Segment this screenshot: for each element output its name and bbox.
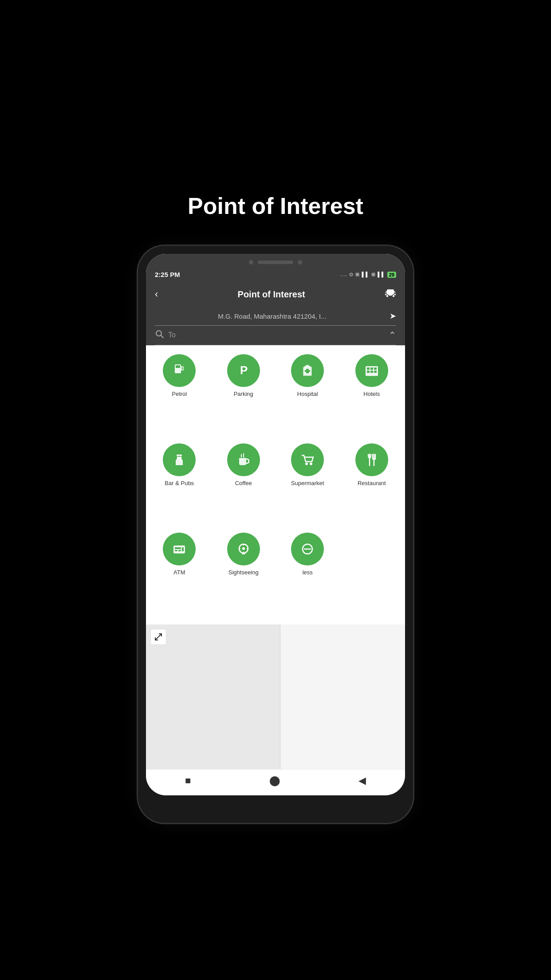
coffee-circle	[227, 443, 260, 476]
svg-line-44	[155, 637, 158, 640]
categories-grid: Petrol P Parking	[146, 345, 405, 624]
status-icons: .... ⊙ ⊞ ▌▌ ⊞ ▌▌ 29	[340, 272, 396, 278]
svg-point-35	[242, 547, 245, 550]
phone-top-decoration	[146, 254, 405, 267]
svg-rect-18	[367, 371, 370, 373]
search-icon	[155, 329, 164, 340]
phone-frame: 2:25 PM .... ⊙ ⊞ ▌▌ ⊞ ▌▌ 29 ‹ Point of I…	[138, 246, 413, 823]
camera-dot-left	[249, 260, 253, 265]
svg-point-5	[156, 331, 161, 336]
category-parking[interactable]: P Parking	[215, 354, 273, 437]
supermarket-circle	[291, 443, 324, 476]
car-icon[interactable]	[385, 288, 396, 300]
map-area	[146, 624, 405, 769]
status-bar: 2:25 PM .... ⊙ ⊞ ▌▌ ⊞ ▌▌ 29	[146, 267, 405, 282]
svg-rect-33	[182, 547, 184, 551]
sightseeing-label: Sightseeing	[228, 569, 259, 576]
from-location-text: M.G. Road, Maharashtra 421204, I...	[155, 312, 390, 320]
atm-circle	[163, 533, 196, 565]
hospital-circle	[291, 354, 324, 387]
category-supermarket[interactable]: Supermarket	[279, 443, 337, 526]
category-bar-pubs[interactable]: Bar & Pubs	[150, 443, 209, 526]
collapse-icon[interactable]: ⌃	[389, 330, 396, 340]
restaurant-label: Restaurant	[358, 480, 386, 486]
svg-rect-4	[394, 292, 396, 294]
search-row: To ⌃	[155, 329, 396, 345]
svg-rect-40	[242, 553, 245, 554]
svg-line-6	[161, 336, 163, 338]
svg-rect-3	[385, 292, 387, 294]
speaker	[258, 261, 293, 264]
app-header-title: Point of Interest	[238, 289, 305, 300]
page-background-title: Point of Interest	[188, 193, 363, 219]
svg-rect-8	[176, 365, 180, 368]
back-button[interactable]: ‹	[155, 288, 158, 300]
hospital-label: Hospital	[297, 391, 318, 397]
nav-back-button[interactable]: ◀	[358, 775, 366, 786]
category-less[interactable]: less	[279, 533, 337, 616]
svg-rect-31	[175, 550, 177, 551]
phone-inner: 2:25 PM .... ⊙ ⊞ ▌▌ ⊞ ▌▌ 29 ‹ Point of I…	[146, 254, 405, 795]
svg-point-26	[310, 462, 312, 465]
location-arrow-icon[interactable]: ➤	[390, 311, 396, 321]
search-area: M.G. Road, Maharashtra 421204, I... ➤ To…	[146, 307, 405, 345]
map-right-panel	[280, 624, 405, 769]
coffee-label: Coffee	[235, 480, 252, 486]
category-hotels[interactable]: Hotels	[343, 354, 401, 437]
supermarket-label: Supermarket	[291, 480, 324, 486]
map-left-panel	[146, 624, 280, 769]
camera-dot-right	[298, 260, 302, 265]
nav-stop-button[interactable]: ■	[185, 775, 191, 786]
nav-home-button[interactable]: ⬤	[269, 775, 280, 786]
category-atm[interactable]: ATM	[150, 533, 209, 616]
hotels-circle	[355, 354, 388, 387]
svg-rect-16	[370, 368, 373, 370]
svg-point-23	[177, 454, 178, 456]
svg-rect-19	[370, 371, 373, 373]
parking-circle: P	[227, 354, 260, 387]
svg-point-1	[386, 295, 389, 297]
svg-text:P: P	[240, 364, 248, 377]
svg-line-43	[158, 634, 161, 637]
svg-rect-15	[367, 368, 370, 370]
atm-label: ATM	[173, 569, 185, 576]
category-sightseeing[interactable]: Sightseeing	[215, 533, 273, 616]
location-row: M.G. Road, Maharashtra 421204, I... ➤	[155, 311, 396, 326]
status-time: 2:25 PM	[155, 271, 180, 278]
app-header: ‹ Point of Interest	[146, 282, 405, 307]
category-restaurant[interactable]: Restaurant	[343, 443, 401, 526]
svg-point-25	[305, 462, 308, 465]
svg-rect-20	[374, 371, 377, 373]
battery-badge: 29	[387, 272, 396, 278]
bar-pubs-label: Bar & Pubs	[165, 480, 194, 486]
svg-rect-17	[374, 368, 377, 370]
category-coffee[interactable]: Coffee	[215, 443, 273, 526]
bar-circle	[163, 443, 196, 476]
expand-button[interactable]	[150, 629, 166, 645]
less-label: less	[303, 569, 313, 576]
sightseeing-circle	[227, 533, 260, 565]
hotels-label: Hotels	[363, 391, 380, 397]
svg-point-2	[392, 295, 395, 297]
parking-label: Parking	[234, 391, 253, 397]
svg-rect-32	[178, 550, 181, 551]
svg-rect-10	[182, 367, 183, 370]
svg-rect-30	[175, 547, 181, 549]
petrol-label: Petrol	[172, 391, 187, 397]
restaurant-circle	[355, 443, 388, 476]
status-icons-text: .... ⊙ ⊞ ▌▌ ⊞ ▌▌	[340, 272, 386, 277]
svg-point-24	[180, 454, 182, 456]
category-petrol[interactable]: Petrol	[150, 354, 209, 437]
less-circle	[291, 533, 324, 565]
bottom-nav: ■ ⬤ ◀	[146, 769, 405, 795]
svg-rect-13	[305, 370, 310, 372]
to-input[interactable]: To	[168, 331, 384, 339]
petrol-circle	[163, 354, 196, 387]
category-hospital[interactable]: Hospital	[279, 354, 337, 437]
